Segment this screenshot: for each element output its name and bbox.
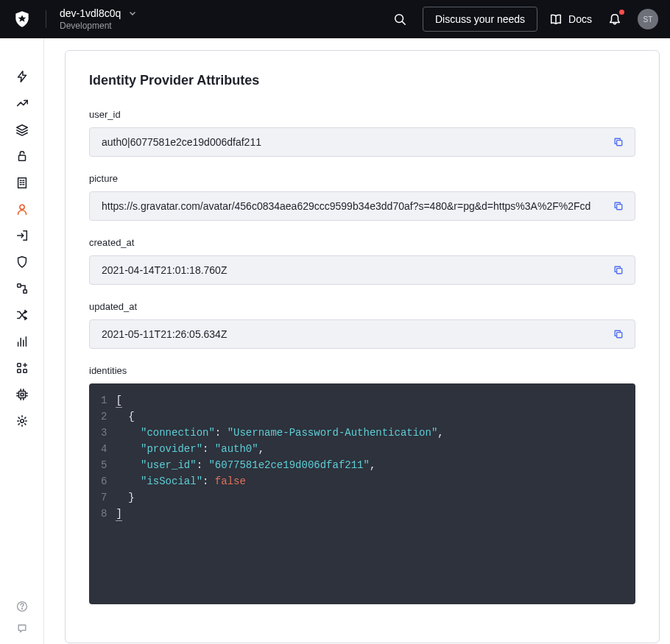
svg-rect-16 bbox=[617, 269, 622, 274]
docs-label: Docs bbox=[568, 13, 592, 25]
sidebar-nav bbox=[0, 38, 44, 644]
field-updated-at: updated_at 2021-05-11T21:26:05.634Z bbox=[89, 301, 635, 349]
discuss-needs-button[interactable]: Discuss your needs bbox=[423, 7, 537, 32]
field-user-id: user_id auth0|6077581e2ce19d006dfaf211 bbox=[89, 109, 635, 157]
code-content: [ { "connection": "Username-Password-Aut… bbox=[116, 392, 635, 595]
field-box-updated-at: 2021-05-11T21:26:05.634Z bbox=[89, 319, 635, 349]
sidebar-item-marketplace[interactable] bbox=[7, 355, 37, 381]
svg-point-13 bbox=[21, 609, 22, 609]
copy-icon bbox=[613, 328, 624, 340]
svg-rect-6 bbox=[17, 364, 21, 367]
shield-icon bbox=[15, 255, 29, 269]
search-button[interactable] bbox=[389, 8, 411, 30]
copy-button-user-id[interactable] bbox=[608, 132, 629, 152]
docs-link[interactable]: Docs bbox=[549, 13, 592, 26]
content-area: Identity Provider Attributes user_id aut… bbox=[44, 38, 670, 644]
sidebar-item-user-management[interactable] bbox=[7, 196, 37, 222]
bars-icon bbox=[15, 335, 29, 348]
idp-attributes-card: Identity Provider Attributes user_id aut… bbox=[65, 50, 660, 643]
shuffle-icon bbox=[15, 308, 29, 322]
login-icon bbox=[15, 229, 29, 242]
svg-rect-17 bbox=[617, 333, 622, 338]
user-icon bbox=[15, 202, 29, 216]
trend-icon bbox=[15, 96, 29, 110]
copy-button-created-at[interactable] bbox=[608, 260, 629, 280]
tenant-environment: Development bbox=[60, 21, 137, 31]
svg-rect-9 bbox=[18, 392, 25, 398]
field-value-user-id: auth0|6077581e2ce19d006dfaf211 bbox=[102, 136, 608, 148]
sidebar-item-settings[interactable] bbox=[7, 408, 37, 434]
layers-icon bbox=[15, 123, 29, 136]
flow-icon bbox=[15, 282, 29, 295]
copy-icon bbox=[613, 200, 624, 212]
book-icon bbox=[549, 13, 563, 26]
identities-code-block[interactable]: 1 2 3 4 5 6 7 8 [ { "connection": "Usern… bbox=[89, 383, 635, 604]
chat-icon bbox=[16, 623, 28, 634]
field-label-picture: picture bbox=[89, 173, 635, 184]
sidebar-item-applications[interactable] bbox=[7, 116, 37, 143]
field-value-created-at: 2021-04-14T21:01:18.760Z bbox=[102, 264, 608, 276]
svg-point-3 bbox=[19, 205, 24, 209]
sidebar-item-monitoring[interactable] bbox=[7, 328, 37, 355]
card-title: Identity Provider Attributes bbox=[89, 73, 635, 88]
lock-icon bbox=[15, 149, 29, 163]
tenant-name: dev-1vdl8c0q bbox=[60, 7, 121, 19]
copy-button-picture[interactable] bbox=[608, 196, 629, 216]
field-label-user-id: user_id bbox=[89, 109, 635, 120]
svg-point-0 bbox=[395, 15, 403, 23]
gear-icon bbox=[15, 414, 29, 428]
app-logo[interactable] bbox=[12, 9, 32, 29]
shield-logo-icon bbox=[13, 10, 32, 29]
grid-plus-icon bbox=[15, 361, 29, 375]
field-box-picture: https://s.gravatar.com/avatar/456c0834ae… bbox=[89, 191, 635, 221]
sidebar-item-authentication[interactable] bbox=[7, 143, 37, 169]
field-value-updated-at: 2021-05-11T21:26:05.634Z bbox=[102, 328, 608, 340]
user-avatar[interactable]: ST bbox=[638, 9, 658, 29]
svg-rect-7 bbox=[17, 369, 21, 373]
building-icon bbox=[15, 176, 29, 189]
field-box-user-id: auth0|6077581e2ce19d006dfaf211 bbox=[89, 127, 635, 157]
field-label-created-at: created_at bbox=[89, 237, 635, 248]
sidebar-item-branding[interactable] bbox=[7, 222, 37, 249]
sidebar-item-security[interactable] bbox=[7, 249, 37, 275]
tenant-selector[interactable]: dev-1vdl8c0q Development bbox=[60, 7, 137, 31]
svg-rect-14 bbox=[617, 141, 622, 146]
svg-rect-10 bbox=[21, 393, 24, 396]
field-box-created-at: 2021-04-14T21:01:18.760Z bbox=[89, 255, 635, 285]
sidebar-help[interactable] bbox=[7, 595, 37, 618]
sidebar-item-activity[interactable] bbox=[7, 90, 37, 116]
svg-rect-2 bbox=[18, 178, 26, 188]
svg-point-11 bbox=[20, 420, 24, 423]
sidebar-item-organizations[interactable] bbox=[7, 169, 37, 196]
chip-icon bbox=[15, 388, 29, 401]
field-label-identities: identities bbox=[89, 365, 635, 376]
copy-icon bbox=[613, 136, 624, 148]
chevron-down-icon bbox=[128, 9, 137, 18]
bolt-icon bbox=[15, 70, 29, 83]
help-icon bbox=[16, 601, 28, 612]
code-line-numbers: 1 2 3 4 5 6 7 8 bbox=[89, 392, 116, 595]
field-label-updated-at: updated_at bbox=[89, 301, 635, 312]
bell-icon bbox=[608, 13, 621, 26]
field-value-picture: https://s.gravatar.com/avatar/456c0834ae… bbox=[102, 200, 608, 212]
copy-button-updated-at[interactable] bbox=[608, 324, 629, 344]
field-created-at: created_at 2021-04-14T21:01:18.760Z bbox=[89, 237, 635, 285]
copy-icon bbox=[613, 264, 624, 276]
sidebar-item-auth-pipeline[interactable] bbox=[7, 302, 37, 328]
header-divider bbox=[46, 10, 46, 28]
notification-indicator bbox=[619, 10, 624, 15]
sidebar-item-getting-started[interactable] bbox=[7, 63, 37, 90]
sidebar-item-extensions[interactable] bbox=[7, 381, 37, 408]
top-header: dev-1vdl8c0q Development Discuss your ne… bbox=[0, 0, 670, 38]
field-picture: picture https://s.gravatar.com/avatar/45… bbox=[89, 173, 635, 221]
search-icon bbox=[393, 13, 406, 26]
sidebar-item-actions[interactable] bbox=[7, 275, 37, 302]
sidebar-feedback[interactable] bbox=[7, 618, 37, 640]
svg-rect-8 bbox=[23, 369, 27, 373]
svg-rect-15 bbox=[617, 205, 622, 210]
field-identities: identities 1 2 3 4 5 6 7 8 [ { "connecti… bbox=[89, 365, 635, 604]
svg-rect-1 bbox=[18, 155, 25, 160]
